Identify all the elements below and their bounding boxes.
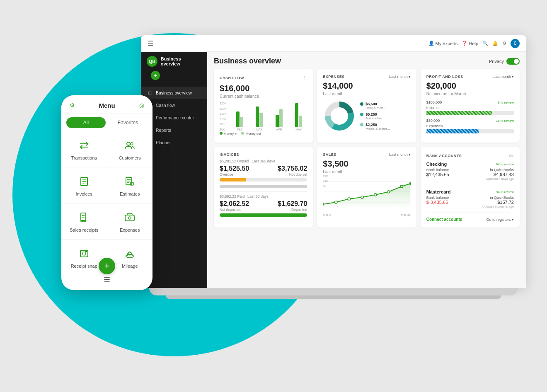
mastercard-qb-balance: in QuickBooks $157.72 Updated moments ag… [482, 196, 514, 208]
mobile-grid-invoices[interactable]: Invoices [61, 167, 107, 203]
mastercard-review[interactable]: 94 to review [496, 190, 514, 194]
legend-in: Money in [220, 132, 237, 136]
hamburger-icon[interactable]: ☰ [148, 39, 153, 47]
pencil-icon[interactable]: ✏ [509, 152, 514, 159]
checking-review[interactable]: 94 to review [496, 162, 514, 166]
privacy-toggle[interactable]: Privacy [489, 58, 520, 65]
sales-receipts-label: Sales receipts [70, 227, 98, 232]
qb-mobile-icon: ◎ [137, 100, 147, 110]
rent-dot [360, 102, 363, 106]
bar-feb-out [240, 117, 243, 127]
expenses-bar-row: $80,000 15 to review Expenses [426, 119, 514, 133]
transactions-label: Transactions [71, 155, 97, 160]
bar-feb-in [236, 111, 240, 127]
mobile-menu-icon[interactable]: ☰ [104, 275, 110, 284]
mobile-grid-estimates[interactable]: Estimates [107, 167, 153, 203]
svg-point-0 [127, 142, 130, 145]
sidebar-add-button[interactable]: + [151, 71, 160, 80]
expenses-period[interactable]: Last month ▾ [389, 75, 411, 79]
mobile-tab-all[interactable]: All [66, 117, 106, 128]
not-due-fill [220, 185, 281, 188]
mileage-label: Mileage [122, 264, 138, 269]
meals-dot [360, 123, 363, 126]
sales-line-chart [323, 177, 410, 211]
cash-flow-menu[interactable]: ⋮ [301, 75, 307, 81]
mobile-grid-customers[interactable]: Customers [107, 131, 153, 167]
user-avatar[interactable]: C [511, 39, 520, 48]
bar-apr-in [276, 115, 279, 127]
registers-chevron-icon: ▾ [512, 218, 514, 222]
privacy-switch[interactable] [506, 58, 520, 65]
bank-accounts-title: BANK ACCOUNTS [426, 154, 462, 158]
page-title: Business overview [214, 57, 281, 65]
income-bar-row: $100,000 8 to review Income [426, 100, 514, 115]
sales-period[interactable]: Last month ▾ [389, 152, 411, 157]
donut-item-meals: $2,250 Meals & entert... [360, 123, 390, 131]
mastercard-header: Mastercard 94 to review [426, 189, 514, 194]
mobile-tab-favorites[interactable]: Favorites [108, 117, 148, 128]
overdue-row: $1,525.50 Overdue $3,756.02 Not due yet [220, 165, 307, 177]
income-bar-header: $100,000 8 to review [426, 100, 514, 104]
cash-flow-amount: $16,000 [220, 84, 307, 93]
expenses-icon [122, 210, 137, 225]
sales-amount: $3,500 [323, 159, 410, 169]
laptop-base [149, 288, 518, 295]
transactions-icon [77, 138, 92, 153]
bar-label-apr: APR [276, 128, 282, 131]
donut-item-automotive: $5,250 Automotive [360, 112, 390, 120]
go-to-registers-link[interactable]: Go to registers ▾ [486, 218, 514, 222]
mobile-header: ⚙ Menu ◎ [61, 95, 152, 114]
bank-accounts-card: BANK ACCOUNTS ✏ Checking 94 to review [421, 147, 520, 227]
sidebar-item-business-overview[interactable]: ⊞ Business overview [141, 87, 207, 99]
connect-accounts-link[interactable]: Connect accounts [426, 217, 462, 222]
sales-header: SALES Last month ▾ [323, 152, 410, 157]
expenses-card: EXPENSES Last month ▾ $14,000 Last month [317, 69, 416, 143]
mobile-grid-expenses[interactable]: Expenses [107, 203, 153, 239]
svg-point-37 [400, 185, 403, 188]
deposited-fill [220, 213, 307, 217]
expenses-review[interactable]: 15 to review [496, 119, 514, 123]
not-due-col: $3,756.02 Not due yet [278, 165, 307, 177]
bar-group-apr: APR [271, 109, 288, 131]
bar-may-in [295, 103, 298, 127]
notifications-button[interactable]: 🔔 [492, 41, 498, 46]
bar-may-out [299, 116, 302, 127]
svg-rect-20 [85, 251, 87, 252]
checking-bank-balance: Bank balance $12,435.65 [426, 168, 449, 177]
help-button[interactable]: ❓ Help [462, 41, 478, 46]
settings-icon[interactable]: ⚙ [67, 100, 77, 110]
bar-group-may: MAY [290, 103, 307, 131]
paid-label: $3,692.22 Paid Last 30 days [220, 194, 307, 198]
bar-mar-out [259, 113, 263, 127]
expenses-bar-header: $80,000 15 to review [426, 119, 514, 123]
mastercard-bank-balance: Bank balance $-3,435.65 [426, 196, 449, 205]
page-background: ⚙ Menu ◎ All Favorites Transactions [0, 0, 547, 392]
mobile-grid: Transactions Customers [61, 131, 152, 275]
expenses-title: EXPENSES [323, 75, 345, 79]
sidebar-app-name: Business overview [161, 56, 201, 66]
app-layout: QB Business overview + ⊞ Business overvi… [141, 52, 526, 288]
mobile-fab-button[interactable]: + [99, 258, 115, 274]
unpaid-label: $5,281.52 Unpaid Last 365 days [220, 159, 307, 163]
dashboard-grid: CASH FLOW ⋮ $16,000 Current cash balance… [207, 69, 526, 234]
mobile-grid-transactions[interactable]: Transactions [61, 131, 107, 167]
receipt-snap-icon [77, 246, 92, 261]
automotive-dot [360, 113, 363, 116]
settings-button[interactable]: ⚙ [502, 41, 506, 46]
svg-point-22 [129, 254, 131, 256]
pl-period[interactable]: Last month ▾ [492, 75, 514, 79]
expenses-track [426, 129, 514, 133]
my-experts-button[interactable]: 👤 My experts [428, 41, 458, 46]
sales-date-start: Mar 2 [323, 213, 331, 217]
profit-loss-card: PROFIT AND LOSS Last month ▾ $20,000 Net… [421, 69, 520, 143]
bank-footer: Connect accounts Go to registers ▾ [426, 217, 514, 222]
automotive-text: $5,250 Automotive [365, 112, 382, 120]
sales-chart: Mar 2 Mar 31 [323, 177, 410, 217]
expenses-header: EXPENSES Last month ▾ [323, 75, 410, 79]
customers-label: Customers [119, 155, 141, 160]
mobile-phone: ⚙ Menu ◎ All Favorites Transactions [61, 95, 152, 290]
top-nav: ☰ 👤 My experts ❓ Help 🔍 🔔 [141, 35, 526, 52]
mobile-grid-sales-receipts[interactable]: Sales receipts [61, 203, 107, 239]
income-review[interactable]: 8 to review [498, 101, 514, 104]
search-button[interactable]: 🔍 [482, 41, 488, 46]
